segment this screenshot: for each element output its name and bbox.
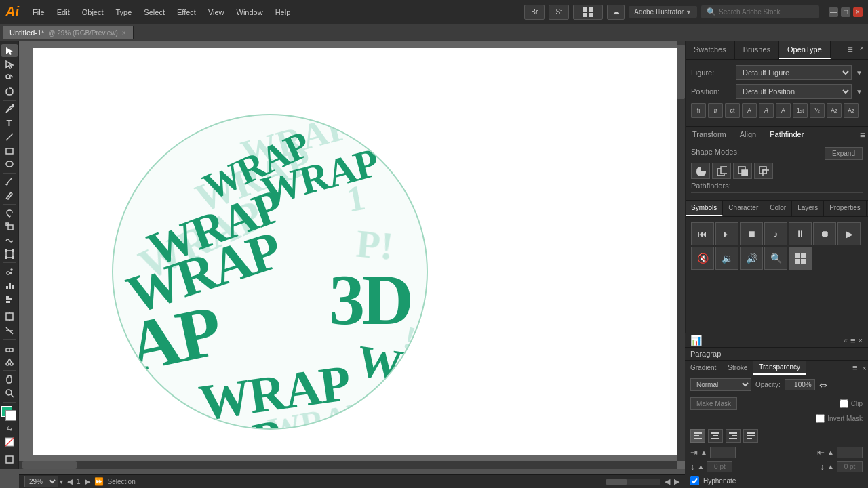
horizontal-scrollbar[interactable] xyxy=(19,461,677,469)
pencil-tool[interactable] xyxy=(1,189,18,202)
selection-tool[interactable] xyxy=(1,44,18,57)
brush-tool[interactable] xyxy=(1,175,18,188)
minimize-button[interactable]: — xyxy=(829,7,838,17)
status-scroll-right[interactable]: ▶ xyxy=(674,477,679,486)
collapse-icon[interactable]: « xyxy=(844,336,848,344)
minus-front-button[interactable] xyxy=(712,163,731,179)
none-button[interactable] xyxy=(1,436,18,449)
type-tool[interactable]: T xyxy=(1,117,18,129)
panel-collapse-icon[interactable]: × xyxy=(857,43,867,58)
close-button[interactable]: × xyxy=(853,7,863,17)
tab-transparency[interactable]: Transparency xyxy=(753,361,806,375)
scissors-tool[interactable] xyxy=(1,355,18,368)
status-scroll-left[interactable]: ◀ xyxy=(665,477,670,486)
tab-opentype[interactable]: OpenType xyxy=(779,41,831,59)
expand-button[interactable]: Expand xyxy=(825,147,863,160)
nav-prev[interactable]: ◀ xyxy=(67,477,73,486)
para-up4-icon[interactable]: ▲ xyxy=(827,463,834,470)
symbol-stop[interactable]: ⏺ xyxy=(813,222,836,245)
exclude-button[interactable] xyxy=(754,163,773,179)
justify-button[interactable] xyxy=(743,429,758,443)
tab-brushes[interactable]: Brushes xyxy=(735,41,779,59)
fill-stroke-indicator[interactable] xyxy=(1,406,18,420)
symbol-search[interactable]: 🔍 xyxy=(764,247,787,270)
cloud-button[interactable]: ☁ xyxy=(607,5,625,20)
eraser-tool[interactable] xyxy=(1,342,18,354)
symbol-spray-tool[interactable] xyxy=(1,265,18,278)
tab-align[interactable]: Align xyxy=(733,127,763,143)
zoom-tool[interactable] xyxy=(1,386,18,399)
menu-edit[interactable]: Edit xyxy=(52,5,75,19)
stock-button[interactable]: St xyxy=(549,5,569,20)
unite-button[interactable] xyxy=(691,163,710,179)
lasso-tool[interactable] xyxy=(1,85,18,98)
search-input[interactable] xyxy=(719,8,814,16)
stroke-swatch[interactable] xyxy=(5,410,16,421)
symbol-speaker-off[interactable]: 🔇 xyxy=(691,247,714,270)
symbol-grid-small[interactable] xyxy=(789,247,812,270)
gradient-close-icon[interactable]: × xyxy=(863,364,867,372)
line-tool[interactable] xyxy=(1,130,18,143)
opacity-input[interactable] xyxy=(785,379,815,390)
grid-button[interactable] xyxy=(573,5,603,20)
symbol-stop-box[interactable]: ⏹ xyxy=(740,222,763,245)
menu-effect[interactable]: Effect xyxy=(172,5,201,19)
ot-icon-10[interactable]: A2 xyxy=(844,103,859,118)
sub-panel-options-icon[interactable]: ≡ xyxy=(860,129,865,140)
artboard-nav[interactable] xyxy=(606,479,660,485)
bar-chart-tool[interactable] xyxy=(1,293,18,306)
artboard-nav-thumb[interactable] xyxy=(606,479,627,485)
maximize-button[interactable]: □ xyxy=(841,7,850,17)
scale-tool[interactable] xyxy=(1,220,18,233)
panel-close-icon[interactable]: × xyxy=(859,336,863,344)
document-tab[interactable]: Untitled-1* @ 29% (RGB/Preview) × xyxy=(3,26,134,39)
ot-icon-1[interactable]: fi xyxy=(691,103,706,118)
ot-icon-9[interactable]: A2 xyxy=(827,103,842,118)
tab-swatches[interactable]: Swatches xyxy=(686,41,735,59)
blend-mode-select[interactable]: Normal xyxy=(690,378,751,391)
vertical-scrollbar[interactable] xyxy=(677,41,685,461)
tab-character[interactable]: Character xyxy=(723,201,764,216)
screen-mode-button[interactable] xyxy=(1,453,18,466)
rect-tool[interactable] xyxy=(1,144,18,157)
nav-end[interactable]: ⏩ xyxy=(94,477,104,486)
column-chart-tool[interactable] xyxy=(1,279,18,292)
align-center-button[interactable] xyxy=(708,429,723,443)
canvas-area[interactable]: WRAP WRAP WRAP 1 P! WRAP ! AP WRAP WRAP xyxy=(19,41,685,469)
para-input-2[interactable] xyxy=(837,447,863,458)
ot-icon-8[interactable]: ½ xyxy=(810,103,825,118)
menu-type[interactable]: Type xyxy=(111,5,138,19)
symbol-play[interactable]: ▶ xyxy=(837,222,861,245)
figure-select[interactable]: Default Figure xyxy=(736,65,852,80)
position-select[interactable]: Default Position xyxy=(736,84,852,99)
tab-symbols[interactable]: Symbols xyxy=(686,201,723,216)
slice-tool[interactable] xyxy=(1,324,18,337)
ot-icon-7[interactable]: 1st xyxy=(793,103,808,118)
artboard-tool[interactable] xyxy=(1,310,18,323)
align-left-button[interactable] xyxy=(690,429,705,443)
warp-tool[interactable] xyxy=(1,234,18,247)
ot-icon-5[interactable]: A xyxy=(759,103,774,118)
panel-options-icon[interactable]: ≡ xyxy=(844,43,855,58)
ot-icon-2[interactable]: fi xyxy=(708,103,723,118)
symbol-vol-up[interactable]: 🔊 xyxy=(740,247,763,270)
symbol-play-pause[interactable]: ⏯ xyxy=(715,222,738,245)
tab-properties[interactable]: Properties xyxy=(824,201,867,216)
symbol-music[interactable]: ♪ xyxy=(764,222,787,245)
panel-menu-icon[interactable]: ≡ xyxy=(850,336,856,346)
menu-window[interactable]: Window xyxy=(231,5,269,19)
swap-fill-stroke[interactable]: ⇆ xyxy=(1,422,18,434)
zoom-arrows[interactable]: ▾ xyxy=(60,478,63,485)
para-up2-icon[interactable]: ▲ xyxy=(827,449,834,456)
hand-tool[interactable] xyxy=(1,373,18,386)
symbol-pause[interactable]: ⏸ xyxy=(789,222,812,245)
pen-tool[interactable] xyxy=(1,103,18,116)
expand-arrows[interactable]: ⇔ xyxy=(819,380,827,390)
nav-next[interactable]: ▶ xyxy=(85,477,90,486)
invert-mask-checkbox[interactable] xyxy=(816,414,825,423)
menu-view[interactable]: View xyxy=(203,5,230,19)
bridge-button[interactable]: Br xyxy=(524,5,545,20)
menu-file[interactable]: File xyxy=(27,5,50,19)
menu-select[interactable]: Select xyxy=(138,5,170,19)
tab-gradient[interactable]: Gradient xyxy=(685,361,722,374)
